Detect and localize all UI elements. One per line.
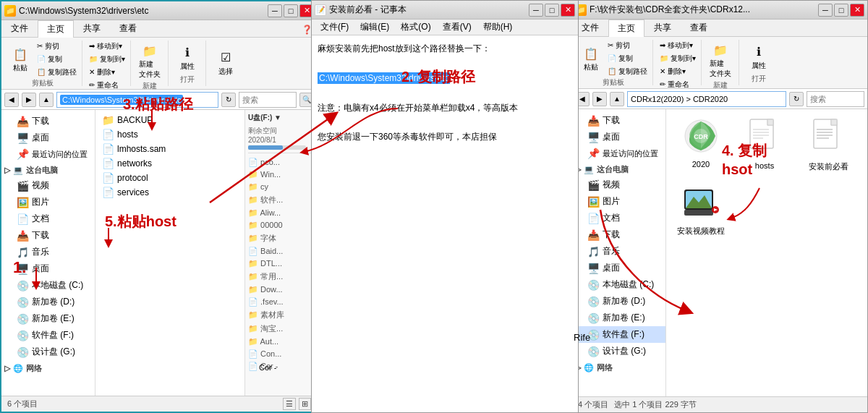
notepad-menu-edit[interactable]: 编辑(E) — [354, 20, 395, 35]
sidebar-item-recent[interactable]: 📌 最近访问的位置 — [1, 146, 95, 162]
left-newfolder-button[interactable]: 📁 新建文件夹 — [136, 41, 163, 81]
file-item-backup[interactable]: 📁 BACKUP — [98, 113, 242, 127]
left-search-input[interactable] — [239, 92, 297, 108]
right-properties-button[interactable]: ℹ 属性 — [746, 42, 772, 72]
right-sidebar-desktop[interactable]: 🖥️桌面 — [572, 129, 665, 145]
drive-file-dow[interactable]: 📁 Dow... — [248, 284, 314, 296]
drive-file-pco[interactable]: 📄 pco... — [248, 156, 314, 169]
left-tab-share[interactable]: 共享 — [74, 20, 110, 37]
right-sidebar-pics[interactable]: 🖼️图片 — [572, 193, 665, 210]
drive-file-taobao[interactable]: 📁 淘宝... — [248, 322, 314, 336]
left-maximize-button[interactable]: □ — [284, 4, 298, 17]
sidebar-item-e-drive[interactable]: 💿 新加卷 (E:) — [1, 310, 95, 327]
right-sidebar-dsk[interactable]: 🖥️桌面 — [572, 260, 665, 276]
right-paste-button[interactable]: 📋 粘贴 — [578, 43, 604, 74]
right-tab-view[interactable]: 查看 — [681, 19, 717, 36]
sidebar-item-pictures[interactable]: 🖼️ 图片 — [1, 194, 95, 210]
right-close-button[interactable]: ✕ — [850, 4, 864, 17]
notepad-menu-format[interactable]: 格式(O) — [395, 20, 436, 35]
right-sidebar-network[interactable]: ▷ 🌐 网络 — [572, 359, 665, 375]
sidebar-item-d-drive[interactable]: 💿 新加卷 (D:) — [1, 294, 95, 310]
notepad-minimize-button[interactable]: ─ — [529, 4, 543, 17]
drive-file-ali[interactable]: 📁 Aliw... — [248, 207, 314, 219]
file-item-protocol[interactable]: 📄 protocol — [98, 171, 242, 185]
right-sidebar-recent[interactable]: 📌最近访问的位置 — [572, 145, 665, 161]
file-item-hosts[interactable]: 📄 hosts — [98, 127, 242, 142]
drive-file-common[interactable]: 📁 常用... — [248, 270, 314, 284]
drive-file-aut[interactable]: 📁 Aut... — [248, 336, 314, 348]
right-file-hosts[interactable]: hosts — [736, 115, 793, 175]
sidebar-section-thispc[interactable]: ▷ 💻 这台电脑 — [1, 162, 95, 177]
right-sidebar-d[interactable]: 💿新加卷 (D:) — [572, 293, 665, 310]
drive-file-soft[interactable]: 📁 软件... — [248, 193, 314, 207]
right-sidebar-thispc[interactable]: ▷ 💻 这台电脑 — [572, 161, 665, 176]
right-search-input[interactable] — [807, 91, 864, 107]
file-item-networks[interactable]: 📄 networks — [98, 156, 242, 171]
sidebar-item-download2[interactable]: 📥 下载 — [1, 227, 95, 244]
right-minimize-button[interactable]: ─ — [818, 4, 833, 17]
right-sidebar-f[interactable]: 💿软件盘 (F:) — [572, 326, 665, 343]
drive-file-cy[interactable]: 📁 cy — [248, 181, 314, 193]
left-select-button[interactable]: ☑ 选择 — [213, 48, 239, 78]
drive-file-win[interactable]: 📁 Win... — [248, 169, 314, 181]
sidebar-item-docs[interactable]: 📄 文档 — [1, 210, 95, 227]
left-copyto-button[interactable]: 📁 复制到▾ — [87, 54, 127, 65]
left-forward-button[interactable]: ▶ — [22, 93, 36, 107]
left-copy-button[interactable]: 📄 复制 — [35, 54, 79, 65]
right-sidebar-e[interactable]: 💿新加卷 (E:) — [572, 310, 665, 326]
right-copyto-button[interactable]: 📁 复制到▾ — [658, 53, 698, 64]
left-tab-home[interactable]: 主页 — [38, 20, 74, 38]
right-sidebar-music[interactable]: 🎵音乐 — [572, 243, 665, 260]
drive-file-cor[interactable]: 📄 Cor - — [248, 360, 314, 372]
right-newfolder-button[interactable]: 📁 新建文件夹 — [707, 40, 734, 80]
left-moveto-button[interactable]: ➡ 移动到▾ — [87, 41, 127, 52]
sidebar-item-desktop[interactable]: 🖥️ 桌面 — [1, 129, 95, 146]
sidebar-item-video[interactable]: 🎬 视频 — [1, 177, 95, 194]
right-rename-button[interactable]: ✏ 重命名 — [658, 79, 698, 89]
drive-file-material[interactable]: 📁 素材库 — [248, 308, 314, 322]
right-sidebar-video[interactable]: 🎬视频 — [572, 176, 665, 193]
drive-file-con[interactable]: 📄 Con... — [248, 348, 314, 360]
left-list-view-btn[interactable]: ☰ — [283, 398, 296, 410]
right-moveto-button[interactable]: ➡ 移动到▾ — [658, 40, 698, 51]
left-copypath-button[interactable]: 📋 复制路径 — [35, 67, 79, 78]
file-item-services[interactable]: 📄 services — [98, 185, 242, 200]
left-rename-button[interactable]: ✏ 重命名 — [87, 80, 127, 90]
right-delete-button[interactable]: ✕ 删除▾ — [658, 66, 698, 77]
left-refresh-button[interactable]: ↻ — [221, 93, 236, 107]
left-tab-view[interactable]: 查看 — [110, 20, 146, 37]
right-copypath-button[interactable]: 📋 复制路径 — [605, 66, 650, 77]
sidebar-item-download[interactable]: 📥 下载 — [1, 113, 95, 129]
right-file-video[interactable]: 安装视频教程 — [672, 181, 730, 239]
right-file-readme[interactable]: 安装前必看 — [799, 115, 857, 175]
left-paste-button[interactable]: 📋 粘贴 — [7, 44, 33, 74]
right-sidebar-download[interactable]: 📥下载 — [572, 112, 665, 129]
left-minimize-button[interactable]: ─ — [268, 4, 282, 17]
sidebar-item-f-drive[interactable]: 💿 软件盘 (F:) — [1, 327, 95, 344]
sidebar-item-music[interactable]: 🎵 音乐 — [1, 244, 95, 260]
left-tab-file[interactable]: 文件 — [1, 20, 38, 37]
left-up-button[interactable]: ▲ — [39, 93, 54, 107]
right-sidebar-g[interactable]: 💿设计盘 (G:) — [572, 343, 665, 359]
drive-file-dtl[interactable]: 📁 DTL... — [248, 257, 314, 270]
right-refresh-button[interactable]: ↻ — [789, 92, 804, 106]
right-sidebar-docs[interactable]: 📄文档 — [572, 210, 665, 226]
drive-file-font[interactable]: 📁 字体 — [248, 231, 314, 245]
notepad-menu-view[interactable]: 查看(V) — [437, 20, 477, 35]
right-up-button[interactable]: ▲ — [610, 92, 624, 106]
sidebar-item-c-drive[interactable]: 💿 本地磁盘 (C:) — [1, 277, 95, 294]
left-address-path[interactable]: C:\Windows\System32\drivers\etc — [56, 92, 218, 108]
right-sidebar-c[interactable]: 💿本地磁盘 (C:) — [572, 276, 665, 293]
sidebar-section-network[interactable]: ▷ 🌐 网络 — [1, 360, 95, 375]
drive-file-fsev[interactable]: 📄 .fsev... — [248, 296, 314, 308]
right-cut-button[interactable]: ✂ 剪切 — [605, 40, 650, 51]
file-item-lmhosts[interactable]: 📄 lmhosts.sam — [98, 142, 242, 156]
right-address-path[interactable]: CDRx12(2020) > CDR2020 — [627, 91, 786, 107]
notepad-menu-help[interactable]: 帮助(H) — [477, 20, 519, 35]
left-delete-button[interactable]: ✕ 删除▾ — [87, 67, 127, 78]
right-forward-button[interactable]: ▶ — [592, 92, 607, 106]
right-tab-home[interactable]: 主页 — [608, 20, 644, 37]
left-grid-view-btn[interactable]: ⊞ — [299, 398, 311, 410]
notepad-close-button[interactable]: ✕ — [561, 4, 575, 17]
right-file-2020[interactable]: CDR 2020 — [672, 115, 730, 175]
